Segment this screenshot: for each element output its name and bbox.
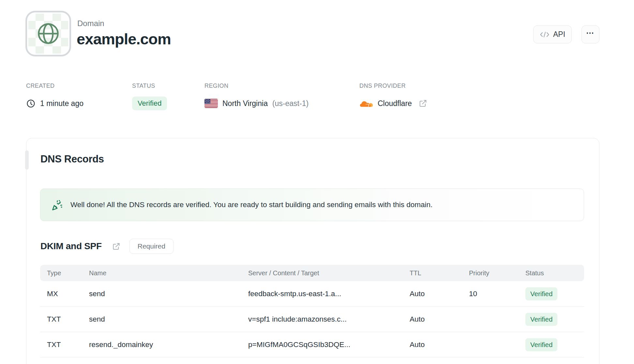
cell-ttl: Auto [410,315,469,324]
meta-created: CREATED 1 minute ago [26,83,83,110]
globe-icon [36,21,61,46]
meta-status: STATUS Verified [132,83,167,110]
table-header-row: Type Name Server / Content / Target TTL … [40,265,584,281]
success-banner: Well done! All the DNS records are verif… [40,189,584,221]
ellipsis-icon: ⋯ [586,28,595,38]
dns-provider-label: DNS PROVIDER [359,83,428,89]
us-flag-icon [204,99,218,108]
cell-content: p=MIGfMA0GCSqGSIb3DQE... [248,341,410,349]
external-link-icon[interactable] [112,242,121,251]
dns-records-card: DNS Records Well done! All the DNS recor… [26,138,599,364]
cell-ttl: Auto [410,341,469,349]
page-kicker: Domain [77,19,104,28]
cell-name: send [89,315,248,324]
section-scroll-indicator [25,150,29,170]
created-label: CREATED [26,83,83,89]
code-icon [540,31,550,38]
region-label: REGION [204,83,309,89]
status-badge: Verified [525,287,557,300]
status-badge: Verified [525,338,557,351]
meta-region: REGION [204,83,309,110]
region-value: North Virginia [222,99,268,108]
success-banner-text: Well done! All the DNS records are verif… [70,201,432,209]
dns-provider-value: Cloudflare [378,99,412,108]
cell-type: TXT [47,341,89,349]
cell-content: v=spf1 include:amazonses.c... [248,315,410,324]
cell-name: resend._domainkey [89,341,248,349]
created-value: 1 minute ago [40,99,83,108]
cell-type: MX [47,290,89,298]
table-row[interactable]: TXT send v=spf1 include:amazonses.c... A… [40,307,584,332]
dns-records-table: Type Name Server / Content / Target TTL … [40,265,584,357]
col-header-status: Status [525,269,584,277]
cell-ttl: Auto [410,290,469,298]
table-row[interactable]: TXT resend._domainkey p=MIGfMA0GCSqGSIb3… [40,332,584,357]
table-row[interactable]: MX send feedback-smtp.us-east-1.a... Aut… [40,281,584,307]
external-link-icon[interactable] [418,99,428,108]
dkim-spf-section-header: DKIM and SPF Required [40,239,174,254]
col-header-name: Name [89,269,248,277]
party-popper-icon [52,199,64,211]
domain-detail-page: Domain example.com API ⋯ CREATED 1 minut… [0,0,634,364]
api-button-label: API [553,30,565,39]
dns-records-title: DNS Records [40,153,104,165]
status-badge: Verified [525,313,557,326]
cell-type: TXT [47,315,89,324]
cloudflare-cloud-icon [359,99,373,108]
clock-icon [26,99,36,108]
cell-content: feedback-smtp.us-east-1.a... [248,290,410,298]
col-header-content: Server / Content / Target [248,269,410,277]
cell-priority: 10 [469,290,525,298]
col-header-ttl: TTL [410,269,469,277]
region-code: (us-east-1) [272,99,309,108]
cell-name: send [89,290,248,298]
meta-dns-provider: DNS PROVIDER Cloudflare [359,83,428,110]
api-button[interactable]: API [533,25,572,43]
page-title: example.com [77,30,171,48]
status-badge: Verified [132,97,167,110]
domain-avatar [25,11,71,56]
required-badge: Required [129,239,174,254]
col-header-type: Type [47,269,89,277]
status-label: STATUS [132,83,167,89]
more-button[interactable]: ⋯ [581,25,599,43]
col-header-priority: Priority [469,269,525,277]
dkim-spf-title: DKIM and SPF [40,241,102,251]
